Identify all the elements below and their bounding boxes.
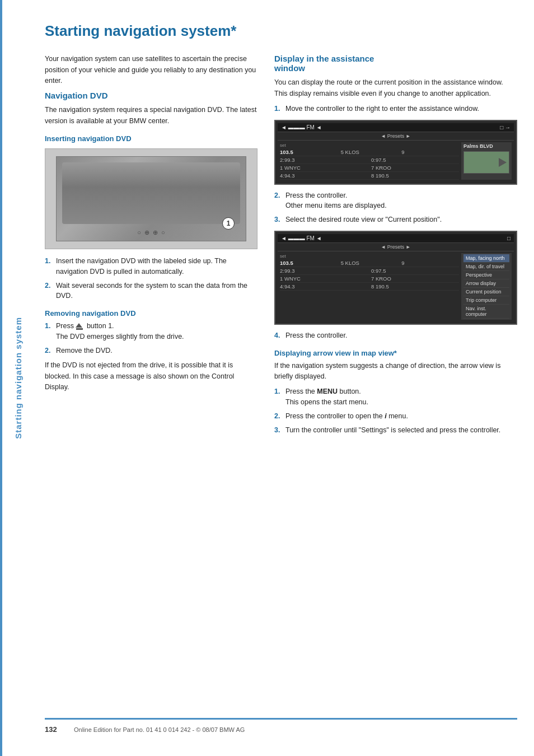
- footer-text: Online Edition for Part no. 01 41 0 014 …: [74, 726, 245, 733]
- list-item-text: Press the controller.Other menu items ar…: [285, 190, 387, 212]
- screen-row: 1 WNYC 7 KROO: [280, 164, 459, 172]
- list-num: 2.: [45, 346, 53, 356]
- list-item-text: Wait several seconds for the system to s…: [56, 281, 257, 302]
- list-item-text: Select the desired route view or "Curren…: [285, 214, 442, 225]
- sidebar-text: Starting navigation system: [13, 317, 23, 439]
- display-intro: You can display the route or the current…: [274, 77, 517, 99]
- page-footer: 132 Online Edition for Part no. 01 41 0 …: [45, 718, 517, 734]
- screen-cell: 2:99.3: [280, 268, 368, 274]
- list-item: 2. Press the controller to open the i me…: [274, 411, 517, 422]
- removing-note: If the DVD is not ejected from the drive…: [45, 360, 257, 393]
- screen-cell: 9: [401, 260, 459, 266]
- screen-right-menu: Map, facing north Map, dir. of travel Pe…: [461, 253, 512, 320]
- screen-header-left: ◄ ▬▬▬ FM ◄: [281, 124, 322, 130]
- page-title: Starting navigation system*: [45, 22, 517, 40]
- list-item-text: Press the controller to open the i menu.: [285, 411, 408, 422]
- removing-heading: Removing navigation DVD: [45, 309, 257, 318]
- screen-row: 4:94.3 8 190.5: [280, 172, 459, 180]
- screen-cell: 0:97.5: [371, 268, 459, 274]
- list-num: 1.: [45, 321, 53, 342]
- screen-row: 2:99.3 0:97.5: [280, 267, 459, 275]
- display-steps-list: 1. Move the controller to the right to e…: [274, 104, 517, 114]
- display-step-4-list: 4. Press the controller.: [274, 330, 517, 341]
- screen-row: 103.5 5 KLOS 9: [280, 148, 459, 156]
- menu-item-map-dir: Map, dir. of travel: [463, 263, 509, 271]
- screen-cell: 4:94.3: [280, 283, 368, 290]
- list-item-text: Move the controller to the right to ente…: [285, 104, 479, 114]
- inserting-steps-list: 1. Insert the navigation DVD with the la…: [45, 256, 257, 301]
- menu-item-arrow: Arrow display: [463, 279, 509, 288]
- screen-mockup-2: ◄ ▬▬▬ FM ◄ □ ◄ Presets ► set 103.5 5 KLO…: [274, 231, 517, 325]
- screen-row: 2:99.3 0:97.5: [280, 156, 459, 164]
- set-label-2: set: [280, 253, 459, 259]
- screen-header: ◄ ▬▬▬ FM ◄ □ →: [278, 123, 514, 132]
- screen-cell: 9: [401, 149, 459, 155]
- screen-right-panel: Palms BLVD: [461, 142, 512, 180]
- screen-cell: 7 KROO: [371, 276, 459, 282]
- list-item-text: Press button 1.The DVD emerges slightly …: [56, 321, 184, 342]
- menu-item-trip: Trip computer: [463, 296, 509, 305]
- list-num: 1.: [274, 386, 282, 408]
- screen-cell: 103.5: [280, 260, 338, 266]
- intro-text: Your navigation system can use satellite…: [45, 54, 257, 86]
- inserting-heading: Inserting navigation DVD: [45, 134, 257, 143]
- arrow-view-heading: Displaying arrow view in map view*: [274, 349, 517, 357]
- map-arrow-icon: [499, 158, 507, 167]
- display-steps-2-3-list: 2. Press the controller.Other menu items…: [274, 190, 517, 225]
- screen-cell: 5 KLOS: [341, 149, 399, 155]
- list-num: 2.: [45, 281, 53, 302]
- screen-cell: 1 WNYC: [280, 165, 368, 171]
- screen-left-2: set 103.5 5 KLOS 9 2:99.3 0:97.5: [280, 253, 459, 320]
- list-num: 3.: [274, 425, 282, 436]
- screen-presets-2: ◄ Presets ►: [278, 243, 514, 251]
- list-item: 1. Press button 1.The DVD emerges slight…: [45, 321, 257, 342]
- menu-item-position: Current position: [463, 288, 509, 296]
- screen-row: 4:94.3 8 190.5: [280, 283, 459, 291]
- screen-mockup-1: ◄ ▬▬▬ FM ◄ □ → ◄ Presets ► set 103.5 5 K…: [274, 120, 517, 185]
- list-item: 1. Insert the navigation DVD with the la…: [45, 256, 257, 277]
- main-content: Starting navigation system* Your navigat…: [34, 0, 534, 756]
- screen-presets: ◄ Presets ►: [278, 132, 514, 141]
- screen-body-2: set 103.5 5 KLOS 9 2:99.3 0:97.5: [278, 251, 514, 321]
- screen-header-right: □ →: [500, 124, 510, 130]
- screen-cell: 8 190.5: [371, 172, 459, 179]
- menu-item-perspective: Perspective: [463, 271, 509, 279]
- list-item: 3. Turn the controller until "Settings" …: [274, 425, 517, 436]
- list-num: 2.: [274, 190, 282, 212]
- removing-steps-list: 1. Press button 1.The DVD emerges slight…: [45, 321, 257, 356]
- set-label: set: [280, 142, 459, 148]
- list-num: 2.: [274, 411, 282, 422]
- left-column: Your navigation system can use satellite…: [45, 54, 257, 701]
- screen-left-panel: set 103.5 5 KLOS 9 2:99.3 0:97.5: [280, 142, 459, 180]
- screen-cell: 2:99.3: [280, 157, 368, 163]
- screen-cell: 5 KLOS: [341, 260, 399, 266]
- list-item: 2. Press the controller.Other menu items…: [274, 190, 517, 212]
- screen-cell: 1 WNYC: [280, 276, 368, 282]
- eject-icon: [76, 323, 83, 330]
- i-menu-icon: i: [385, 412, 386, 420]
- car-dashboard-image: ○ ⊕ ⊕ ○ 1: [56, 156, 246, 241]
- list-item: 1. Press the MENU button.This opens the …: [274, 386, 517, 408]
- right-column: Display in the assistancewindow You can …: [274, 54, 517, 701]
- arrow-steps-list: 1. Press the MENU button.This opens the …: [274, 386, 517, 435]
- map-preview: [463, 151, 509, 174]
- screen-row: 103.5 5 KLOS 9: [280, 259, 459, 267]
- list-num: 1.: [45, 256, 53, 277]
- palms-label: Palms BLVD: [463, 143, 509, 149]
- screen-cell: 4:94.3: [280, 172, 368, 179]
- nav-dvd-heading: Navigation DVD: [45, 91, 257, 100]
- screen-header-2: ◄ ▬▬▬ FM ◄ □: [278, 234, 514, 243]
- page-number: 132: [45, 725, 67, 734]
- list-item: 2. Wait several seconds for the system t…: [45, 281, 257, 302]
- screen-menu-list: Map, facing north Map, dir. of travel Pe…: [463, 254, 509, 319]
- screen-row: 1 WNYC 7 KROO: [280, 275, 459, 283]
- list-num: 4.: [274, 330, 282, 341]
- screen-cell: 103.5: [280, 149, 338, 155]
- list-item: 4. Press the controller.: [274, 330, 517, 341]
- menu-item-map-north: Map, facing north: [463, 254, 509, 263]
- list-num: 3.: [274, 214, 282, 225]
- list-item-text: Press the MENU button.This opens the sta…: [285, 386, 368, 408]
- image-badge-1: 1: [222, 217, 235, 230]
- arrow-view-text: If the navigation system suggests a chan…: [274, 361, 517, 382]
- menu-bold-text: MENU: [317, 388, 338, 395]
